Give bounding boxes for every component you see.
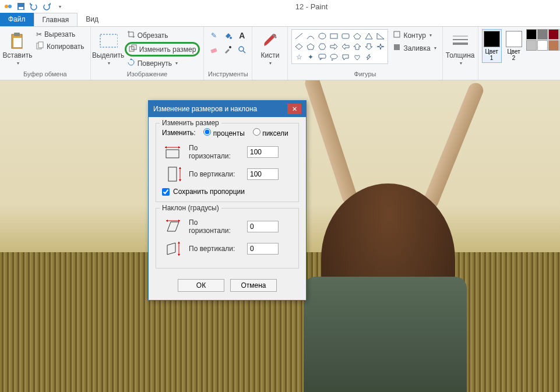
skew-v-icon: [162, 240, 183, 257]
color1-button[interactable]: Цвет 1: [482, 29, 502, 63]
ribbon: Вставить ✂Вырезать Копировать Буфер обме…: [0, 27, 560, 80]
svg-rect-19: [330, 34, 337, 38]
svg-rect-31: [394, 44, 400, 50]
skew-h-input[interactable]: [247, 221, 279, 232]
fill-tool[interactable]: [221, 29, 234, 42]
shape-rect[interactable]: [329, 31, 339, 41]
palette-swatch[interactable]: [526, 40, 537, 51]
shapes-gallery[interactable]: ☆ ✦: [291, 29, 388, 64]
paste-button[interactable]: Вставить: [3, 29, 31, 68]
by-label: Изменить:: [162, 129, 195, 137]
shape-roundrect[interactable]: [340, 31, 351, 41]
group-tools-label: Инструменты: [207, 70, 248, 79]
text-tool[interactable]: A: [235, 29, 248, 42]
tab-file[interactable]: Файл: [0, 13, 34, 26]
brushes-button[interactable]: Кисти: [256, 29, 284, 68]
radio-percent[interactable]: проценты: [203, 128, 244, 137]
shape-arrowd[interactable]: [364, 42, 374, 51]
zoom-tool[interactable]: [235, 43, 248, 56]
crop-icon: [127, 30, 135, 40]
shape-rtriangle[interactable]: [375, 31, 386, 41]
thickness-button[interactable]: Толщина: [446, 29, 474, 68]
svg-point-14: [229, 46, 231, 48]
dialog-title: Изменение размеров и наклона: [153, 105, 257, 113]
shape-star5[interactable]: ☆: [294, 52, 304, 62]
radio-pixels[interactable]: пиксели: [253, 128, 288, 137]
cut-icon: ✂: [36, 30, 42, 38]
shape-star4[interactable]: [375, 42, 386, 51]
paste-label: Вставить: [3, 51, 33, 59]
svg-rect-35: [166, 150, 179, 158]
shape-lightning[interactable]: [364, 52, 374, 62]
skew-h-icon: [162, 218, 183, 235]
rotate-button[interactable]: Повернуть: [125, 57, 200, 69]
shape-curve[interactable]: [305, 31, 316, 41]
group-clipboard: Вставить ✂Вырезать Копировать Буфер обме…: [0, 27, 91, 80]
shape-callout1[interactable]: [317, 52, 327, 62]
fill-button[interactable]: Заливка: [390, 42, 438, 54]
skew-v-input[interactable]: [247, 243, 279, 255]
cancel-button[interactable]: Отмена: [230, 279, 277, 292]
shape-polygon[interactable]: [352, 31, 362, 41]
pencil-tool[interactable]: ✎: [207, 29, 220, 42]
cut-button[interactable]: ✂Вырезать: [34, 29, 87, 40]
svg-point-1: [8, 5, 12, 8]
app-menu-icon[interactable]: [2, 1, 14, 12]
shape-arrowl[interactable]: [340, 42, 351, 51]
palette-swatch[interactable]: [537, 40, 548, 51]
svg-point-18: [319, 33, 326, 39]
shape-heart[interactable]: [352, 52, 362, 62]
resize-v-input[interactable]: [247, 168, 279, 180]
shape-star6[interactable]: ✦: [305, 52, 316, 62]
tab-view[interactable]: Вид: [78, 13, 107, 26]
shape-arrowu[interactable]: [352, 42, 362, 51]
save-icon[interactable]: [15, 1, 27, 12]
svg-marker-41: [167, 243, 175, 255]
shape-callout3[interactable]: [340, 52, 351, 62]
tab-home[interactable]: Главная: [34, 13, 78, 26]
close-icon[interactable]: ✕: [287, 104, 301, 114]
rotate-icon: [127, 58, 135, 68]
undo-icon[interactable]: [28, 1, 40, 12]
group-brushes: Кисти: [252, 27, 288, 80]
palette-swatch[interactable]: [548, 29, 559, 40]
color2-button[interactable]: Цвет 2: [504, 29, 524, 63]
group-thickness: Толщина: [443, 27, 478, 80]
keep-ratio-checkbox[interactable]: [162, 188, 170, 196]
dialog-titlebar[interactable]: Изменение размеров и наклона ✕: [149, 101, 306, 117]
shape-pentagon[interactable]: [305, 42, 316, 51]
group-colors: Цвет 1 Цвет 2: [478, 27, 560, 80]
group-tools: ✎ A Инструменты: [204, 27, 252, 80]
paste-icon: [8, 31, 27, 50]
outline-button[interactable]: Контур: [390, 29, 438, 41]
palette-swatch[interactable]: [548, 40, 559, 51]
select-button[interactable]: Выделить: [94, 29, 122, 68]
shape-diamond[interactable]: [294, 42, 304, 51]
shape-line[interactable]: [294, 31, 304, 41]
ok-button[interactable]: ОК: [178, 279, 224, 292]
palette-swatch[interactable]: [526, 29, 537, 40]
eraser-tool[interactable]: [207, 43, 220, 56]
skew-fieldset: Наклон (градусы) По горизонтали: По верт…: [156, 208, 299, 269]
shape-hexagon[interactable]: [317, 42, 327, 51]
shape-arrowr[interactable]: [329, 42, 339, 51]
shape-callout2[interactable]: [329, 52, 339, 62]
qat-customize-icon[interactable]: [54, 1, 65, 12]
group-shapes-label: Фигуры: [291, 70, 438, 79]
palette-swatch[interactable]: [537, 29, 548, 40]
shape-oval[interactable]: [317, 31, 327, 41]
brush-icon: [260, 31, 279, 50]
svg-point-0: [5, 5, 8, 8]
svg-marker-21: [354, 33, 361, 39]
shape-triangle[interactable]: [364, 31, 374, 41]
resize-v-label: По вертикали:: [189, 170, 241, 178]
copy-button[interactable]: Копировать: [34, 40, 87, 52]
resize-h-input[interactable]: [247, 146, 279, 158]
svg-point-29: [332, 59, 333, 61]
svg-line-16: [243, 51, 245, 53]
picker-tool[interactable]: [221, 43, 234, 56]
resize-button[interactable]: Изменить размер: [125, 42, 200, 56]
canvas-area[interactable]: Изменение размеров и наклона ✕ Изменить …: [0, 80, 560, 392]
crop-button[interactable]: Обрезать: [125, 29, 200, 41]
redo-icon[interactable]: [41, 1, 52, 12]
